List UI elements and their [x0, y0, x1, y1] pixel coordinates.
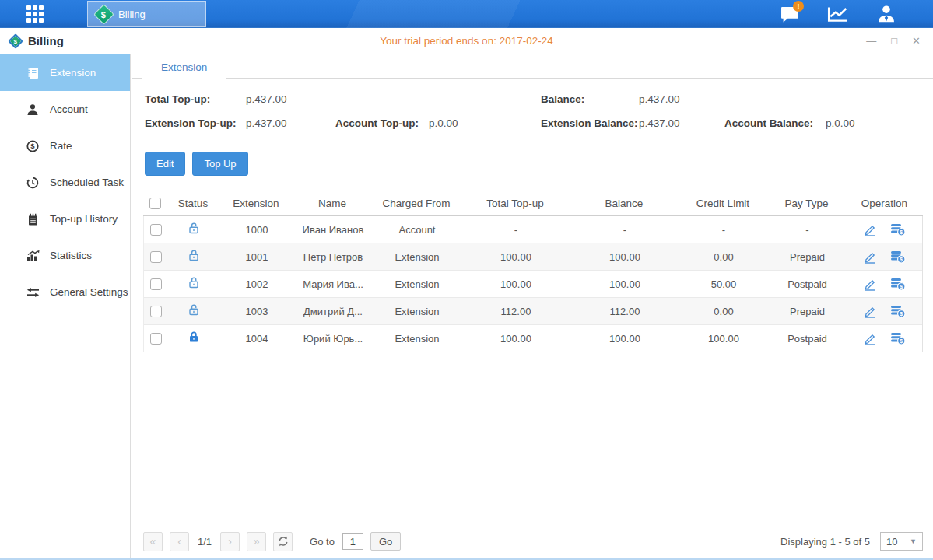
- sidebar: Extension Account $ Rate Scheduled Task …: [0, 54, 131, 558]
- taskbar-item-label: Billing: [118, 9, 146, 20]
- app-launcher-grid-icon[interactable]: [26, 5, 44, 23]
- select-all-checkbox[interactable]: [149, 198, 161, 209]
- sidebar-item-label: Rate: [50, 140, 72, 152]
- extension-topup-value: p.437.00: [246, 117, 287, 129]
- topup-row-icon[interactable]: $: [890, 250, 906, 264]
- maximize-button[interactable]: □: [891, 36, 897, 46]
- sidebar-item-statistics[interactable]: Statistics: [0, 237, 130, 274]
- cell-total-topup: 100.00: [461, 278, 570, 290]
- extension-balance-label: Extension Balance:: [541, 117, 638, 129]
- prev-page-button[interactable]: ‹: [170, 532, 189, 551]
- cell-charged-from: Extension: [373, 333, 461, 345]
- topup-row-icon[interactable]: $: [890, 277, 906, 291]
- tab-extension[interactable]: Extension: [142, 54, 226, 79]
- taskbar-item-billing[interactable]: $ Billing: [87, 1, 206, 27]
- table-row: 1004 Юрий Юрь... Extension 100.00 100.00…: [144, 325, 922, 352]
- goto-page-input[interactable]: [342, 533, 363, 550]
- sidebar-item-extension[interactable]: Extension: [0, 54, 130, 91]
- total-topup-label: Total Top-up:: [145, 93, 210, 105]
- cell-pay-type: Postpaid: [768, 333, 847, 345]
- user-account-button[interactable]: [874, 3, 899, 25]
- row-checkbox[interactable]: [150, 278, 162, 290]
- balance-label: Balance:: [541, 93, 584, 105]
- trial-notice: Your trial period ends on: 2017-02-24: [380, 28, 552, 54]
- refresh-button[interactable]: [273, 532, 293, 551]
- sidebar-item-label: Top-up History: [50, 213, 118, 225]
- line-chart-icon: [827, 5, 849, 23]
- edit-row-icon[interactable]: [863, 250, 877, 264]
- edit-button[interactable]: Edit: [145, 152, 185, 176]
- sidebar-item-topup-history[interactable]: Top-up History: [0, 201, 130, 237]
- billing-app-icon: $: [93, 4, 114, 25]
- sidebar-item-account[interactable]: Account: [0, 91, 130, 128]
- edit-row-icon[interactable]: [863, 305, 877, 318]
- row-checkbox[interactable]: [150, 333, 162, 345]
- svg-text:$: $: [30, 142, 35, 150]
- close-button[interactable]: ✕: [912, 36, 921, 46]
- edit-row-icon[interactable]: [863, 278, 877, 291]
- row-checkbox[interactable]: [150, 251, 162, 263]
- minimize-button[interactable]: —: [866, 36, 876, 46]
- dollar-circle-icon: $: [26, 139, 40, 152]
- topup-row-icon[interactable]: $: [890, 331, 906, 345]
- cell-name: Юрий Юрь...: [293, 333, 373, 345]
- page-size-value: 10: [886, 536, 897, 548]
- sidebar-item-label: Scheduled Task: [50, 177, 124, 188]
- sidebar-item-general-settings[interactable]: General Settings: [0, 274, 130, 310]
- table-row: 1003 Дмитрий Д... Extension 112.00 112.0…: [144, 298, 922, 325]
- cell-charged-from: Extension: [373, 278, 461, 290]
- edit-row-icon[interactable]: [863, 332, 877, 345]
- notifications-button[interactable]: !: [777, 3, 802, 25]
- main-top-bar: $ Billing !: [0, 0, 933, 28]
- topup-row-icon[interactable]: $: [890, 304, 906, 318]
- cell-name: Петр Петров: [293, 251, 373, 263]
- tab-strip: Extension: [132, 54, 933, 79]
- sidebar-item-label: Statistics: [50, 250, 92, 261]
- displaying-text: Displaying 1 - 5 of 5: [780, 536, 870, 548]
- cell-name: Мария Ива...: [293, 278, 373, 290]
- cell-pay-type: Prepaid: [768, 251, 847, 263]
- sidebar-item-rate[interactable]: $ Rate: [0, 128, 130, 164]
- row-checkbox[interactable]: [150, 224, 162, 236]
- col-balance: Balance: [570, 198, 679, 209]
- go-button[interactable]: Go: [370, 532, 401, 551]
- cell-charged-from: Extension: [373, 251, 461, 263]
- topup-button[interactable]: Top Up: [192, 152, 247, 176]
- cell-charged-from: Extension: [373, 306, 461, 317]
- cell-extension: 1003: [220, 306, 293, 317]
- person-icon: [876, 4, 896, 24]
- reports-button[interactable]: [826, 3, 851, 25]
- sidebar-item-scheduled-task[interactable]: Scheduled Task: [0, 164, 130, 201]
- transfer-arrows-icon: [26, 285, 40, 299]
- account-balance-label: Account Balance:: [724, 117, 813, 129]
- last-page-button[interactable]: »: [247, 532, 266, 551]
- topup-row-icon[interactable]: $: [890, 222, 906, 236]
- tab-label: Extension: [161, 61, 207, 73]
- cell-pay-type: Postpaid: [768, 278, 847, 290]
- goto-label: Go to: [310, 536, 335, 548]
- cell-extension: 1002: [220, 278, 293, 290]
- cell-name: Дмитрий Д...: [293, 306, 373, 317]
- table-body: 1000 Иван Иванов Account - - - - $ 1001: [143, 216, 923, 352]
- cell-credit-limit: 100.00: [679, 333, 768, 345]
- svg-text:$: $: [900, 338, 903, 345]
- row-checkbox[interactable]: [150, 306, 162, 317]
- extension-topup-label: Extension Top-up:: [145, 117, 237, 129]
- col-name: Name: [293, 198, 372, 209]
- page-size-select[interactable]: 10 ▼: [880, 532, 923, 551]
- svg-text:$: $: [900, 311, 903, 317]
- window-title-bar: $ Billing Your trial period ends on: 201…: [0, 28, 933, 54]
- col-status: Status: [167, 198, 219, 209]
- account-balance-value: p.0.00: [826, 117, 855, 129]
- lock-open-icon: [167, 249, 220, 264]
- window-title: Billing: [28, 34, 64, 47]
- cell-credit-limit: 50.00: [679, 278, 768, 290]
- refresh-icon: [278, 536, 289, 547]
- cell-credit-limit: 0.00: [679, 306, 768, 317]
- stats-chart-icon: [26, 249, 40, 262]
- next-page-button[interactable]: ›: [220, 532, 240, 551]
- person-icon: [26, 103, 40, 116]
- first-page-button[interactable]: «: [143, 532, 163, 551]
- edit-row-icon[interactable]: [863, 223, 877, 236]
- col-credit-limit: Credit Limit: [679, 198, 767, 209]
